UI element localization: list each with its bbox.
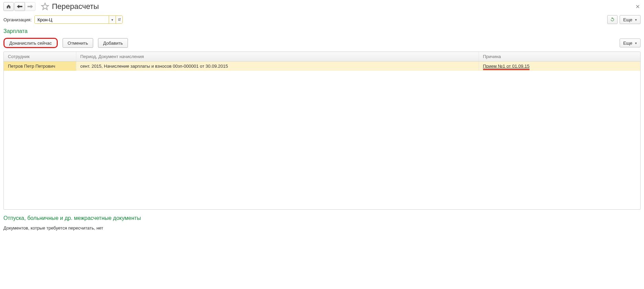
cell-period: сент. 2015, Начисление зарплаты и взносо… <box>76 62 479 71</box>
section-vacations-title: Отпуска, больничные и др. межрасчетные д… <box>3 214 641 223</box>
cell-employee: Петров Петр Петрович <box>4 62 76 71</box>
filter-right-tools: Еще ▾ <box>607 15 641 24</box>
cancel-label: Отменить <box>68 41 88 46</box>
close-button[interactable]: ✕ <box>635 3 640 10</box>
salary-toolbar: Доначислить сейчас Отменить Добавить Еще… <box>0 36 644 52</box>
arrow-right-icon <box>28 4 33 9</box>
favorite-star-icon[interactable] <box>41 2 49 11</box>
reason-link[interactable]: Прием №1 от 01.09.15 <box>483 64 530 70</box>
add-button[interactable]: Добавить <box>98 38 128 48</box>
refresh-icon <box>610 17 615 22</box>
home-icon <box>6 4 11 9</box>
arrow-left-icon <box>17 4 22 9</box>
salary-table: Сотрудник Период, Документ начисления Пр… <box>4 52 640 71</box>
filter-row: Организация: ▾ Еще ▾ <box>0 13 644 27</box>
more-label: Еще <box>623 17 632 22</box>
nav-group <box>14 2 36 11</box>
refresh-button[interactable] <box>607 15 618 24</box>
forward-button[interactable] <box>25 2 35 11</box>
salary-right-tools: Еще ▾ <box>620 38 641 47</box>
cancel-button[interactable]: Отменить <box>63 38 93 48</box>
cell-reason: Прием №1 от 01.09.15 <box>479 62 640 71</box>
open-external-icon <box>118 18 121 21</box>
more-label: Еще <box>623 41 632 46</box>
salary-table-wrap: Сотрудник Период, Документ начисления Пр… <box>3 52 641 210</box>
chevron-down-icon: ▾ <box>111 18 113 22</box>
org-input[interactable] <box>35 16 109 23</box>
org-dropdown-button[interactable]: ▾ <box>109 16 116 23</box>
col-header-employee[interactable]: Сотрудник <box>4 52 76 62</box>
chevron-down-icon: ▾ <box>635 41 637 45</box>
more-button-table[interactable]: Еще ▾ <box>620 38 641 47</box>
accrue-now-button[interactable]: Доначислить сейчас <box>3 38 58 48</box>
page-title: Перерасчеты <box>52 2 99 11</box>
back-button[interactable] <box>14 2 25 11</box>
title-bar: Перерасчеты ✕ <box>0 0 644 13</box>
add-label: Добавить <box>103 41 123 46</box>
svg-marker-0 <box>42 3 48 10</box>
col-header-period[interactable]: Период, Документ начисления <box>76 52 479 62</box>
col-header-reason[interactable]: Причина <box>479 52 640 62</box>
table-row[interactable]: Петров Петр Петрович сент. 2015, Начисле… <box>4 62 640 71</box>
org-open-button[interactable] <box>116 16 122 23</box>
table-header-row: Сотрудник Период, Документ начисления Пр… <box>4 52 640 62</box>
accrue-now-label: Доначислить сейчас <box>9 41 52 46</box>
section-salary-title: Зарплата <box>0 27 644 36</box>
more-button-top[interactable]: Еще ▾ <box>620 15 641 24</box>
org-label: Организация: <box>3 17 32 22</box>
footer-message: Документов, котрые требуется пересчитать… <box>3 225 641 231</box>
home-button[interactable] <box>3 2 14 11</box>
chevron-down-icon: ▾ <box>635 18 637 22</box>
footer-block: Отпуска, больничные и др. межрасчетные д… <box>0 210 644 237</box>
org-field: ▾ <box>34 15 123 24</box>
